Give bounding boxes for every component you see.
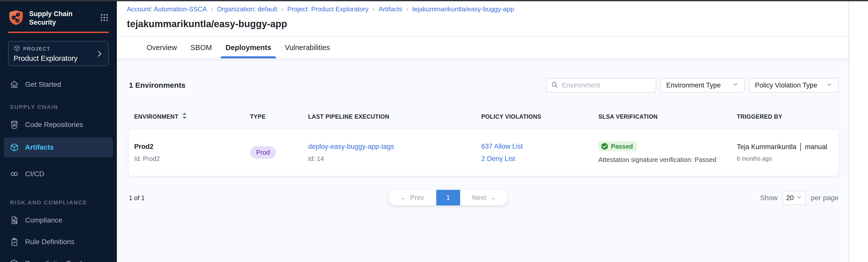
brand-accent-divider — [8, 32, 109, 33]
artifacts-cube-icon — [9, 143, 19, 152]
attestation-detail: Attestation signature verification: Pass… — [598, 156, 737, 164]
table-header-row: ENVIRONMENT TYPE LAST PIPELINE EXECUTION… — [129, 112, 839, 121]
sidebar-item-label: Code Repositories — [25, 121, 83, 129]
content-area: 1 Environments Environment Type — [117, 58, 849, 262]
sidebar-item-label: Get Started — [25, 81, 61, 88]
column-header-last-pipeline-execution: LAST PIPELINE EXECUTION — [308, 113, 481, 120]
allow-list-link[interactable]: 637 Allow List — [481, 143, 598, 150]
toolbar: 1 Environments Environment Type — [129, 78, 839, 92]
infinity-icon — [9, 169, 19, 179]
table-row[interactable]: Prod2 Id: Prod2 Prod deploy-easy-buggy-a… — [129, 129, 839, 176]
compliance-document-icon — [9, 216, 19, 225]
sidebar-item-get-started[interactable]: Get Started — [4, 77, 113, 92]
breadcrumb-artifacts[interactable]: Artifacts — [379, 5, 402, 13]
project-chevron-right-icon[interactable] — [95, 50, 104, 59]
main-area: Account: Automation-SSCA › Organization:… — [117, 1, 849, 262]
toolbar-filters: Environment Type Policy Violation Type — [546, 78, 839, 92]
triggered-time: 6 months ago — [737, 155, 839, 162]
app-switcher-grid-icon[interactable] — [100, 13, 109, 23]
column-header-label: ENVIRONMENT — [134, 113, 178, 120]
project-label: PROJECT — [23, 46, 50, 52]
pipeline-id: Id: 14 — [308, 155, 481, 163]
pagination-summary: 1 of 1 — [129, 194, 145, 202]
sidebar-item-cicd[interactable]: CI/CD — [4, 166, 113, 182]
project-selector[interactable]: PROJECT Product Exploratory — [8, 41, 109, 66]
divider — [800, 143, 801, 151]
type-cell: Prod — [250, 146, 308, 159]
breadcrumb-account[interactable]: Account: Automation-SSCA — [127, 5, 207, 13]
policy-violation-type-dropdown[interactable]: Policy Violation Type — [749, 78, 839, 92]
breadcrumb-separator-icon: › — [211, 6, 213, 13]
supply-chain-security-logo-icon — [8, 9, 24, 27]
sidebar-item-label: Remediation Tracker — [25, 260, 90, 262]
chevron-down-icon — [732, 81, 739, 89]
sidebar-item-code-repositories[interactable]: Code Repositories — [4, 117, 113, 133]
prev-page-button[interactable]: ← Prev — [388, 190, 436, 205]
sidebar-item-artifacts[interactable]: Artifacts — [4, 138, 113, 157]
sort-icon[interactable] — [182, 112, 187, 121]
arrow-right-icon: → — [489, 194, 496, 202]
breadcrumb-separator-icon: › — [281, 6, 283, 13]
tab-bar: Overview SBOM Deployments Vulnerabilitie… — [117, 37, 849, 58]
tab-deployments[interactable]: Deployments — [224, 37, 272, 58]
page-title: tejakummarikuntla/easy-buggy-app — [127, 19, 849, 29]
breadcrumb-project[interactable]: Project: Product Exploratory — [287, 5, 369, 13]
environment-type-dropdown[interactable]: Environment Type — [660, 78, 745, 92]
page-size-value: 20 — [786, 194, 794, 202]
column-header-environment[interactable]: ENVIRONMENT — [134, 112, 250, 121]
breadcrumb: Account: Automation-SSCA › Organization:… — [127, 5, 849, 13]
code-repository-icon — [9, 120, 19, 129]
environment-search-box[interactable] — [546, 78, 656, 92]
project-label-row: PROJECT — [13, 45, 103, 53]
chevron-down-icon — [826, 81, 833, 89]
app-root: Supply Chain Security PROJECT Product — [0, 1, 868, 262]
tab-sbom[interactable]: SBOM — [189, 37, 213, 58]
column-header-triggered-by: TRIGGERED BY — [737, 113, 839, 120]
column-header-type: TYPE — [250, 113, 308, 120]
project-cube-icon — [13, 45, 20, 53]
triggered-by-user: Teja Kummarikuntla — [737, 143, 796, 151]
clipboard-check-icon — [9, 237, 19, 246]
trigger-type: manual — [805, 143, 827, 151]
environment-id: Id: Prod2 — [134, 155, 250, 163]
pager: ← Prev 1 Next → — [388, 190, 508, 205]
page-size-control: Show 20 per page — [760, 191, 839, 205]
sidebar-item-label: Artifacts — [25, 143, 54, 151]
environment-cell: Prod2 Id: Prod2 — [134, 143, 250, 163]
arrow-left-icon: ← — [400, 194, 407, 202]
search-icon — [551, 81, 558, 89]
right-side-strip — [849, 1, 868, 262]
breadcrumb-organization[interactable]: Organization: default — [217, 5, 277, 13]
tab-vulnerabilities[interactable]: Vulnerabilities — [284, 37, 331, 58]
column-header-slsa-verification: SLSA VERIFICATION — [598, 113, 737, 120]
show-label: Show — [760, 194, 778, 202]
policy-violation-type-label: Policy Violation Type — [755, 82, 817, 89]
sidebar-nav: Get Started SUPPLY CHAIN Code Repositori… — [4, 77, 113, 262]
deny-list-link[interactable]: 2 Deny List — [481, 155, 598, 163]
sidebar-item-compliance[interactable]: Compliance — [4, 212, 113, 228]
environment-search-input[interactable] — [562, 82, 652, 89]
breadcrumb-separator-icon: › — [373, 6, 375, 13]
chevron-down-icon — [796, 194, 802, 202]
column-header-policy-violations: POLICY VIOLATIONS — [481, 113, 598, 120]
page-size-select[interactable]: 20 — [782, 191, 806, 205]
sidebar-item-remediation-tracker[interactable]: Remediation Tracker — [4, 256, 113, 262]
page-header: Account: Automation-SSCA › Organization:… — [117, 1, 849, 37]
breadcrumb-separator-icon: › — [406, 6, 408, 13]
tab-overview[interactable]: Overview — [146, 37, 178, 58]
triggered-by-cell: Teja Kummarikuntla manual 6 months ago — [737, 143, 839, 162]
pipeline-link[interactable]: deploy-easy-buggy-app-tags — [308, 143, 481, 151]
sidebar-item-rule-definitions[interactable]: Rule Definitions — [4, 234, 113, 250]
triggered-by-line: Teja Kummarikuntla manual — [737, 143, 839, 151]
breadcrumb-current[interactable]: tejakummarikuntla/easy-buggy-app — [412, 5, 514, 13]
sidebar-section-risk-and-compliance: RISK AND COMPLIANCE — [10, 199, 113, 206]
environments-count-title: 1 Environments — [129, 81, 185, 89]
app-title: Supply Chain Security — [29, 9, 82, 27]
slsa-status-badge: Passed — [598, 141, 637, 151]
next-page-button[interactable]: Next → — [460, 190, 508, 205]
environment-name: Prod2 — [134, 143, 250, 151]
sidebar-section-supply-chain: SUPPLY CHAIN — [10, 104, 113, 110]
current-page-button[interactable]: 1 — [436, 190, 460, 205]
sidebar-item-label: CI/CD — [25, 170, 44, 178]
project-name: Product Exploratory — [13, 54, 103, 63]
